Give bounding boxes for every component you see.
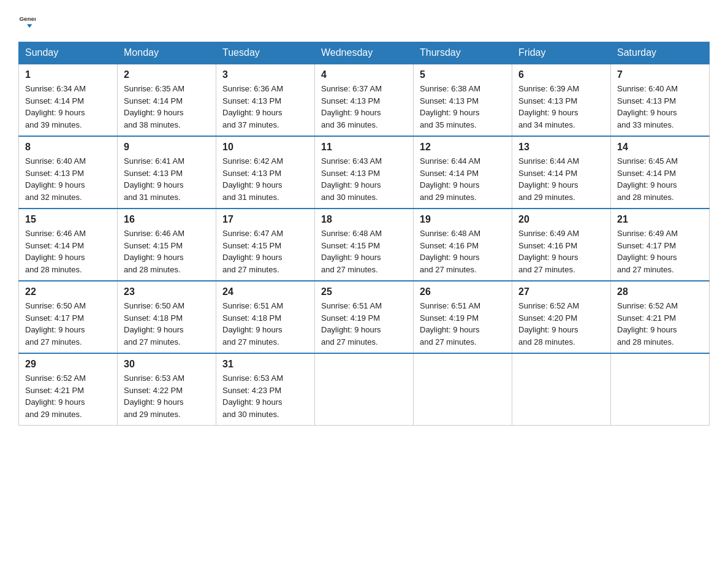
day-number: 18	[321, 214, 407, 225]
calendar-cell: 4 Sunrise: 6:37 AMSunset: 4:13 PMDayligh…	[315, 64, 414, 136]
calendar-cell: 11 Sunrise: 6:43 AMSunset: 4:13 PMDaylig…	[315, 136, 414, 209]
day-header-friday: Friday	[512, 42, 611, 64]
logo-icon: General	[18, 12, 36, 29]
day-number: 17	[222, 214, 308, 225]
calendar-cell: 5 Sunrise: 6:38 AMSunset: 4:13 PMDayligh…	[414, 64, 512, 136]
calendar-cell: 3 Sunrise: 6:36 AMSunset: 4:13 PMDayligh…	[216, 64, 315, 136]
calendar-week-1: 1 Sunrise: 6:34 AMSunset: 4:14 PMDayligh…	[19, 64, 710, 136]
day-header-monday: Monday	[118, 42, 216, 64]
day-info: Sunrise: 6:52 AMSunset: 4:21 PMDaylight:…	[617, 300, 703, 348]
calendar-cell	[611, 353, 710, 426]
day-info: Sunrise: 6:52 AMSunset: 4:21 PMDaylight:…	[25, 372, 111, 420]
calendar-cell	[512, 353, 611, 426]
day-info: Sunrise: 6:40 AMSunset: 4:13 PMDaylight:…	[617, 83, 703, 131]
day-number: 30	[124, 359, 210, 370]
calendar-cell: 12 Sunrise: 6:44 AMSunset: 4:14 PMDaylig…	[414, 136, 512, 209]
calendar-cell: 17 Sunrise: 6:47 AMSunset: 4:15 PMDaylig…	[216, 209, 315, 281]
day-header-sunday: Sunday	[19, 42, 118, 64]
day-number: 11	[321, 142, 407, 153]
day-number: 19	[420, 214, 506, 225]
calendar-cell: 16 Sunrise: 6:46 AMSunset: 4:15 PMDaylig…	[118, 209, 216, 281]
calendar-cell: 15 Sunrise: 6:46 AMSunset: 4:14 PMDaylig…	[19, 209, 118, 281]
day-number: 22	[25, 286, 111, 297]
day-number: 29	[25, 359, 111, 370]
day-info: Sunrise: 6:49 AMSunset: 4:16 PMDaylight:…	[518, 228, 604, 275]
day-info: Sunrise: 6:48 AMSunset: 4:15 PMDaylight:…	[321, 228, 407, 275]
day-info: Sunrise: 6:53 AMSunset: 4:22 PMDaylight:…	[124, 372, 210, 420]
calendar-cell: 30 Sunrise: 6:53 AMSunset: 4:22 PMDaylig…	[118, 353, 216, 426]
calendar-cell: 7 Sunrise: 6:40 AMSunset: 4:13 PMDayligh…	[611, 64, 710, 136]
day-info: Sunrise: 6:48 AMSunset: 4:16 PMDaylight:…	[420, 228, 506, 275]
day-number: 16	[124, 214, 210, 225]
day-info: Sunrise: 6:49 AMSunset: 4:17 PMDaylight:…	[617, 228, 703, 275]
day-number: 14	[617, 142, 703, 153]
calendar-cell: 9 Sunrise: 6:41 AMSunset: 4:13 PMDayligh…	[118, 136, 216, 209]
day-info: Sunrise: 6:38 AMSunset: 4:13 PMDaylight:…	[420, 83, 506, 131]
calendar-cell: 10 Sunrise: 6:42 AMSunset: 4:13 PMDaylig…	[216, 136, 315, 209]
header-row: SundayMondayTuesdayWednesdayThursdayFrid…	[19, 42, 710, 64]
calendar-cell: 2 Sunrise: 6:35 AMSunset: 4:14 PMDayligh…	[118, 64, 216, 136]
svg-text:General: General	[19, 15, 36, 22]
calendar-week-5: 29 Sunrise: 6:52 AMSunset: 4:21 PMDaylig…	[19, 353, 710, 426]
day-number: 9	[124, 142, 210, 153]
day-header-thursday: Thursday	[414, 42, 512, 64]
day-number: 23	[124, 286, 210, 297]
day-number: 8	[25, 142, 111, 153]
day-info: Sunrise: 6:50 AMSunset: 4:18 PMDaylight:…	[124, 300, 210, 348]
calendar-cell: 24 Sunrise: 6:51 AMSunset: 4:18 PMDaylig…	[216, 281, 315, 353]
day-number: 3	[222, 69, 308, 80]
day-info: Sunrise: 6:50 AMSunset: 4:17 PMDaylight:…	[25, 300, 111, 348]
day-number: 4	[321, 69, 407, 80]
day-info: Sunrise: 6:47 AMSunset: 4:15 PMDaylight:…	[222, 228, 308, 275]
day-info: Sunrise: 6:51 AMSunset: 4:19 PMDaylight:…	[321, 300, 407, 348]
calendar-week-3: 15 Sunrise: 6:46 AMSunset: 4:14 PMDaylig…	[19, 209, 710, 281]
calendar-cell: 18 Sunrise: 6:48 AMSunset: 4:15 PMDaylig…	[315, 209, 414, 281]
day-info: Sunrise: 6:34 AMSunset: 4:14 PMDaylight:…	[25, 83, 111, 131]
day-header-wednesday: Wednesday	[315, 42, 414, 64]
calendar-cell: 21 Sunrise: 6:49 AMSunset: 4:17 PMDaylig…	[611, 209, 710, 281]
day-info: Sunrise: 6:51 AMSunset: 4:19 PMDaylight:…	[420, 300, 506, 348]
day-info: Sunrise: 6:41 AMSunset: 4:13 PMDaylight:…	[124, 155, 210, 203]
calendar-cell: 14 Sunrise: 6:45 AMSunset: 4:14 PMDaylig…	[611, 136, 710, 209]
day-number: 15	[25, 214, 111, 225]
day-number: 2	[124, 69, 210, 80]
svg-marker-1	[27, 25, 32, 28]
calendar-cell: 1 Sunrise: 6:34 AMSunset: 4:14 PMDayligh…	[19, 64, 118, 136]
day-number: 1	[25, 69, 111, 80]
day-info: Sunrise: 6:36 AMSunset: 4:13 PMDaylight:…	[222, 83, 308, 131]
day-number: 13	[518, 142, 604, 153]
day-info: Sunrise: 6:44 AMSunset: 4:14 PMDaylight:…	[420, 155, 506, 203]
calendar-week-4: 22 Sunrise: 6:50 AMSunset: 4:17 PMDaylig…	[19, 281, 710, 353]
day-info: Sunrise: 6:39 AMSunset: 4:13 PMDaylight:…	[518, 83, 604, 131]
day-number: 27	[518, 286, 604, 297]
day-number: 20	[518, 214, 604, 225]
day-number: 28	[617, 286, 703, 297]
day-number: 24	[222, 286, 308, 297]
day-number: 31	[222, 359, 308, 370]
day-info: Sunrise: 6:40 AMSunset: 4:13 PMDaylight:…	[25, 155, 111, 203]
calendar-cell: 27 Sunrise: 6:52 AMSunset: 4:20 PMDaylig…	[512, 281, 611, 353]
day-number: 5	[420, 69, 506, 80]
day-info: Sunrise: 6:42 AMSunset: 4:13 PMDaylight:…	[222, 155, 308, 203]
day-number: 21	[617, 214, 703, 225]
calendar-cell: 26 Sunrise: 6:51 AMSunset: 4:19 PMDaylig…	[414, 281, 512, 353]
day-info: Sunrise: 6:46 AMSunset: 4:15 PMDaylight:…	[124, 228, 210, 275]
calendar-cell: 22 Sunrise: 6:50 AMSunset: 4:17 PMDaylig…	[19, 281, 118, 353]
calendar-cell: 23 Sunrise: 6:50 AMSunset: 4:18 PMDaylig…	[118, 281, 216, 353]
day-info: Sunrise: 6:45 AMSunset: 4:14 PMDaylight:…	[617, 155, 703, 203]
day-number: 10	[222, 142, 308, 153]
calendar-table: SundayMondayTuesdayWednesdayThursdayFrid…	[18, 42, 710, 426]
day-number: 7	[617, 69, 703, 80]
day-number: 25	[321, 286, 407, 297]
day-info: Sunrise: 6:43 AMSunset: 4:13 PMDaylight:…	[321, 155, 407, 203]
calendar-cell	[315, 353, 414, 426]
calendar-cell: 25 Sunrise: 6:51 AMSunset: 4:19 PMDaylig…	[315, 281, 414, 353]
day-info: Sunrise: 6:44 AMSunset: 4:14 PMDaylight:…	[518, 155, 604, 203]
day-info: Sunrise: 6:46 AMSunset: 4:14 PMDaylight:…	[25, 228, 111, 275]
calendar-cell: 28 Sunrise: 6:52 AMSunset: 4:21 PMDaylig…	[611, 281, 710, 353]
day-header-saturday: Saturday	[611, 42, 710, 64]
day-number: 6	[518, 69, 604, 80]
day-number: 12	[420, 142, 506, 153]
calendar-week-2: 8 Sunrise: 6:40 AMSunset: 4:13 PMDayligh…	[19, 136, 710, 209]
day-info: Sunrise: 6:51 AMSunset: 4:18 PMDaylight:…	[222, 300, 308, 348]
